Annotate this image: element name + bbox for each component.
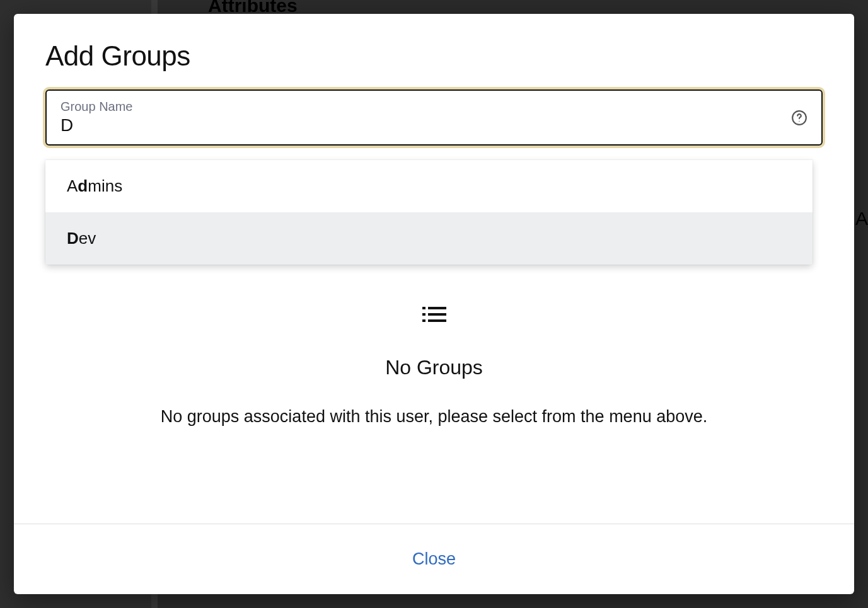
backdrop-right-peek: A: [855, 208, 868, 229]
suggestion-item[interactable]: Admins: [45, 160, 813, 212]
suggestion-item[interactable]: Dev: [45, 212, 813, 265]
dialog-footer: Close: [14, 524, 854, 594]
svg-rect-2: [422, 307, 425, 309]
svg-point-1: [799, 120, 799, 121]
list-icon: [422, 306, 446, 326]
group-name-field-wrap[interactable]: Group Name: [45, 89, 823, 146]
empty-state-title: No Groups: [45, 356, 823, 379]
svg-rect-6: [422, 319, 425, 322]
empty-state-description: No groups associated with this user, ple…: [45, 407, 823, 427]
add-groups-dialog: Add Groups Group Name AdminsDev: [14, 14, 854, 594]
close-button[interactable]: Close: [412, 549, 456, 569]
dialog-title: Add Groups: [45, 40, 823, 72]
svg-rect-5: [428, 313, 446, 316]
group-suggestions-dropdown: AdminsDev: [45, 160, 813, 265]
svg-rect-3: [428, 307, 446, 309]
group-name-input[interactable]: [61, 115, 770, 135]
group-name-label: Group Name: [61, 100, 807, 114]
help-icon[interactable]: [791, 110, 807, 126]
svg-rect-4: [422, 313, 425, 316]
empty-state: No Groups No groups associated with this…: [45, 306, 823, 427]
dialog-body: Add Groups Group Name AdminsDev: [14, 14, 854, 524]
svg-rect-7: [428, 319, 446, 322]
